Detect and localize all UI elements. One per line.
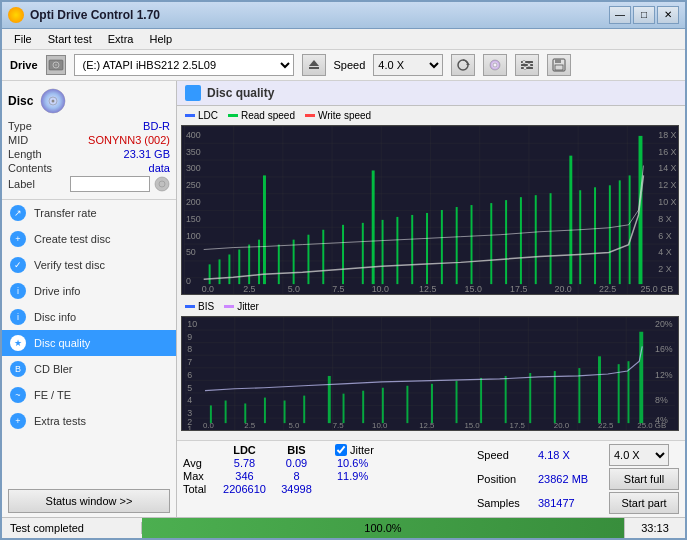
eject-button[interactable]: [302, 54, 326, 76]
svg-text:350: 350: [186, 146, 201, 156]
svg-text:1: 1: [187, 424, 192, 431]
nav-extra-tests[interactable]: + Extra tests: [2, 408, 176, 434]
svg-rect-72: [441, 210, 443, 284]
contents-label: Contents: [8, 162, 52, 174]
nav-transfer-rate[interactable]: ↗ Transfer rate: [2, 200, 176, 226]
menu-help[interactable]: Help: [141, 31, 180, 47]
drive-icon: [46, 55, 66, 75]
svg-rect-123: [382, 387, 384, 422]
title-bar: Opti Drive Control 1.70 — □ ✕: [2, 2, 685, 29]
svg-text:100: 100: [186, 230, 201, 240]
label-input[interactable]: [70, 176, 150, 192]
nav-fe-te-label: FE / TE: [34, 389, 71, 401]
nav-drive-info[interactable]: i Drive info: [2, 278, 176, 304]
svg-text:300: 300: [186, 163, 201, 173]
ldc-total: 2206610: [217, 483, 272, 495]
type-label: Type: [8, 120, 32, 132]
nav-disc-info-label: Disc info: [34, 311, 76, 323]
ldc-max: 346: [217, 470, 272, 482]
menu-starttest[interactable]: Start test: [40, 31, 100, 47]
nav-cd-bler[interactable]: B CD Bler: [2, 356, 176, 382]
svg-point-7: [490, 60, 500, 70]
sidebar: Disc Type BD-R MID SONYNN3 (002): [2, 81, 177, 517]
minimize-button[interactable]: —: [609, 6, 631, 24]
drive-select[interactable]: (E:) ATAPI iHBS212 2.5L09: [74, 54, 294, 76]
jitter-checkbox[interactable]: [335, 444, 347, 456]
nav-verify-test-disc[interactable]: ✓ Verify test disc: [2, 252, 176, 278]
nav-items: ↗ Transfer rate + Create test disc ✓ Ver…: [2, 200, 176, 485]
svg-text:2 X: 2 X: [658, 264, 671, 274]
svg-text:8%: 8%: [655, 395, 668, 405]
drive-label: Drive: [10, 59, 38, 71]
disc-info-panel: Disc Type BD-R MID SONYNN3 (002): [2, 81, 176, 200]
svg-text:12 X: 12 X: [658, 180, 676, 190]
svg-rect-68: [382, 220, 384, 284]
disc-quality-icon: ★: [10, 335, 26, 351]
speed-select[interactable]: 4.0 X 2.0 X 1.0 X: [373, 54, 443, 76]
svg-text:200: 200: [186, 197, 201, 207]
svg-text:6 X: 6 X: [658, 230, 671, 240]
svg-text:16 X: 16 X: [658, 146, 676, 156]
close-button[interactable]: ✕: [657, 6, 679, 24]
svg-text:0.0: 0.0: [203, 421, 215, 430]
bis-col-header: BIS: [274, 444, 319, 456]
nav-disc-quality[interactable]: ★ Disc quality: [2, 330, 176, 356]
time-display: 33:13: [625, 522, 685, 534]
svg-text:50: 50: [186, 247, 196, 257]
disc-quality-header: Disc quality: [177, 81, 685, 106]
status-window-button[interactable]: Status window >>: [8, 489, 170, 513]
bottom-legend: BIS Jitter: [181, 299, 681, 314]
speed-stat-value: 4.18 X: [538, 449, 603, 461]
svg-rect-118: [284, 400, 286, 423]
svg-rect-62: [293, 239, 295, 283]
nav-transfer-rate-label: Transfer rate: [34, 207, 97, 219]
maximize-button[interactable]: □: [633, 6, 655, 24]
svg-rect-132: [598, 356, 601, 423]
nav-disc-quality-label: Disc quality: [34, 337, 90, 349]
disc-color-button[interactable]: [483, 54, 507, 76]
verify-test-disc-icon: ✓: [10, 257, 26, 273]
svg-rect-122: [362, 390, 364, 422]
start-full-button[interactable]: Start full: [609, 468, 679, 490]
svg-text:20.0: 20.0: [554, 421, 570, 430]
svg-rect-57: [238, 249, 240, 284]
svg-rect-77: [520, 197, 522, 284]
svg-text:5: 5: [187, 382, 192, 392]
refresh-button[interactable]: [451, 54, 475, 76]
nav-create-test-disc-label: Create test disc: [34, 233, 110, 245]
label-icon: [154, 176, 170, 192]
svg-text:18 X: 18 X: [658, 130, 676, 140]
nav-extra-tests-label: Extra tests: [34, 415, 86, 427]
svg-rect-135: [639, 331, 643, 422]
svg-rect-60: [263, 175, 266, 284]
svg-rect-17: [555, 65, 563, 70]
samples-stat-value: 381477: [538, 497, 603, 509]
top-chart: 400 350 300 250 200 150 100 50 0 18 X 16…: [181, 125, 681, 297]
position-stat-value: 23862 MB: [538, 473, 603, 485]
svg-rect-81: [579, 190, 581, 284]
svg-text:10.0: 10.0: [372, 284, 389, 294]
start-part-button[interactable]: Start part: [609, 492, 679, 514]
mid-value: SONYNN3 (002): [88, 134, 170, 146]
nav-disc-info[interactable]: i Disc info: [2, 304, 176, 330]
svg-text:15.0: 15.0: [464, 421, 480, 430]
drive-info-icon: i: [10, 283, 26, 299]
nav-create-test-disc[interactable]: + Create test disc: [2, 226, 176, 252]
avg-label: Avg: [183, 457, 215, 469]
samples-stat-label: Samples: [477, 497, 532, 509]
speed-stat-label: Speed: [477, 449, 532, 461]
status-bar: Test completed 100.0% 33:13: [2, 517, 685, 538]
extra-tests-icon: +: [10, 413, 26, 429]
svg-text:22.5: 22.5: [599, 284, 616, 294]
svg-rect-83: [609, 185, 611, 284]
menu-extra[interactable]: Extra: [100, 31, 142, 47]
test-speed-select[interactable]: 4.0 X 2.0 X: [609, 444, 669, 466]
nav-fe-te[interactable]: ~ FE / TE: [2, 382, 176, 408]
save-button[interactable]: [547, 54, 571, 76]
svg-rect-63: [307, 234, 309, 283]
svg-rect-121: [343, 393, 345, 422]
svg-marker-3: [309, 60, 319, 66]
drive-settings-button[interactable]: [515, 54, 539, 76]
svg-rect-129: [529, 373, 531, 423]
menu-file[interactable]: File: [6, 31, 40, 47]
